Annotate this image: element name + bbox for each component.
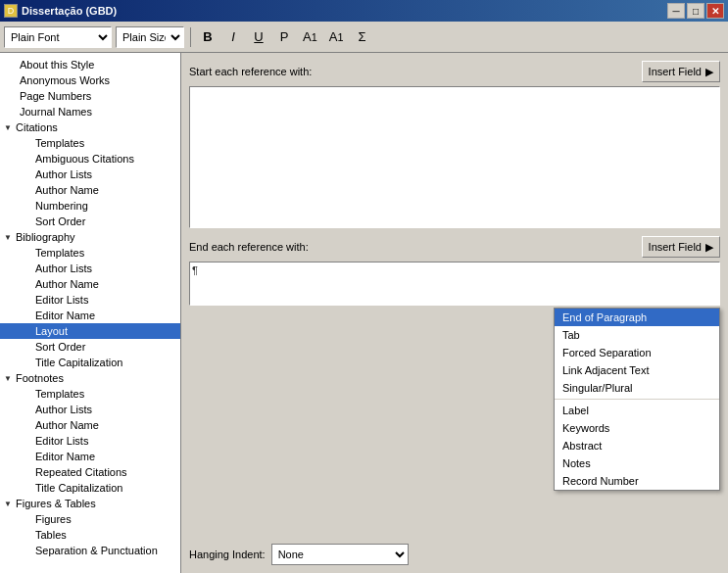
- tree-item-bib-layout[interactable]: Layout: [0, 323, 180, 339]
- dropdown-notes[interactable]: Notes: [555, 454, 719, 472]
- tree-item-cit-numbering[interactable]: Numbering: [0, 198, 180, 214]
- tree-group-footnotes-label: Footnotes: [16, 372, 64, 384]
- tree-item-bib-title-cap[interactable]: Title Capitalization: [0, 355, 180, 370]
- tree-item-fn-author-name[interactable]: Author Name: [0, 417, 180, 433]
- dropdown-tab[interactable]: Tab: [555, 326, 719, 344]
- insert-field-arrow-end: ▶: [705, 241, 713, 254]
- size-select[interactable]: Plain Size: [116, 26, 184, 48]
- dropdown-end-of-paragraph[interactable]: End of Paragraph: [555, 309, 719, 326]
- tree-item-page-numbers[interactable]: Page Numbers: [0, 88, 180, 104]
- tree-item-fn-editor-lists[interactable]: Editor Lists: [0, 433, 180, 449]
- tree-item-separation[interactable]: Separation & Punctuation: [0, 543, 180, 558]
- start-label: Start each reference with:: [189, 66, 312, 77]
- tree-item-cit-templates[interactable]: Templates: [0, 135, 180, 151]
- tree-item-cit-author-name[interactable]: Author Name: [0, 182, 180, 198]
- tree-item-journal-names[interactable]: Journal Names: [0, 104, 180, 119]
- title-bar: D Dissertação (GBD) ─ □ ✕: [0, 0, 728, 22]
- end-section: End each reference with: Insert Field ▶ …: [189, 236, 720, 306]
- window-title: Dissertação (GBD): [22, 5, 117, 17]
- minimize-button[interactable]: ─: [667, 3, 685, 19]
- tree-item-tables[interactable]: Tables: [0, 527, 180, 543]
- insert-field-arrow: ▶: [705, 66, 713, 78]
- insert-field-button-end[interactable]: Insert Field ▶: [642, 236, 720, 258]
- tree-group-figures-tables-label: Figures & Tables: [16, 498, 96, 509]
- subscript-button[interactable]: A1: [325, 26, 348, 48]
- tree-item-bib-editor-lists[interactable]: Editor Lists: [0, 292, 180, 308]
- dropdown-forced-separation[interactable]: Forced Separation: [555, 344, 719, 361]
- insert-field-label-end: Insert Field: [649, 241, 702, 253]
- title-bar-left: D Dissertação (GBD): [4, 4, 117, 18]
- triangle-citations: ▼: [4, 123, 14, 132]
- end-text-area[interactable]: ¶: [189, 262, 720, 306]
- start-section: Start each reference with: Insert Field …: [189, 61, 720, 228]
- tree-item-fn-repeated[interactable]: Repeated Citations: [0, 464, 180, 480]
- dropdown-keywords[interactable]: Keywords: [555, 419, 719, 437]
- tree-group-citations[interactable]: ▼ Citations: [0, 119, 180, 135]
- tree-item-bib-sort-order[interactable]: Sort Order: [0, 339, 180, 355]
- tree-item-fn-title-cap[interactable]: Title Capitalization: [0, 480, 180, 496]
- tree-item-figures[interactable]: Figures: [0, 511, 180, 527]
- tree-group-bibliography-label: Bibliography: [16, 231, 75, 243]
- tree-group-citations-label: Citations: [16, 121, 58, 133]
- superscript-button[interactable]: A1: [299, 26, 321, 48]
- tree-item-bib-editor-name[interactable]: Editor Name: [0, 308, 180, 323]
- tree-group-figures-tables[interactable]: ▼ Figures & Tables: [0, 496, 180, 511]
- triangle-bibliography: ▼: [4, 233, 14, 242]
- bottom-row: Hanging Indent: None All First: [189, 544, 720, 565]
- start-text-area[interactable]: [189, 86, 720, 228]
- underline-button[interactable]: U: [248, 26, 269, 48]
- tree-group-bibliography[interactable]: ▼ Bibliography: [0, 229, 180, 245]
- hanging-select[interactable]: None All First: [271, 544, 409, 565]
- toolbar-divider-1: [190, 27, 191, 47]
- dropdown-record-number[interactable]: Record Number: [555, 472, 719, 490]
- close-button[interactable]: ✕: [706, 3, 724, 19]
- bold-button[interactable]: B: [197, 26, 218, 48]
- insert-field-label: Insert Field: [649, 66, 702, 77]
- italic-button[interactable]: I: [222, 26, 244, 48]
- plain-button[interactable]: P: [273, 26, 295, 48]
- insert-field-button-start[interactable]: Insert Field ▶: [642, 61, 720, 82]
- sigma-button[interactable]: Σ: [351, 26, 372, 48]
- dropdown-label[interactable]: Label: [555, 402, 719, 419]
- insert-field-dropdown: End of Paragraph Tab Forced Separation L…: [554, 308, 720, 491]
- hanging-label: Hanging Indent:: [189, 549, 266, 560]
- triangle-footnotes: ▼: [4, 374, 14, 383]
- pilcrow: ¶: [192, 264, 198, 276]
- font-select[interactable]: Plain Font: [4, 26, 112, 48]
- tree-item-fn-templates[interactable]: Templates: [0, 386, 180, 402]
- dropdown-singular-plural[interactable]: Singular/Plural: [555, 379, 719, 397]
- app-icon: D: [4, 4, 18, 18]
- end-label: End each reference with:: [189, 241, 309, 253]
- tree-item-about[interactable]: About this Style: [0, 57, 180, 72]
- maximize-button[interactable]: □: [687, 3, 704, 19]
- tree-item-fn-editor-name[interactable]: Editor Name: [0, 449, 180, 464]
- tree-item-cit-ambiguous[interactable]: Ambiguous Citations: [0, 151, 180, 167]
- main-layout: About this Style Anonymous Works Page Nu…: [0, 53, 728, 573]
- title-bar-buttons: ─ □ ✕: [667, 3, 724, 19]
- tree-item-cit-author-lists[interactable]: Author Lists: [0, 167, 180, 182]
- tree-item-fn-author-lists[interactable]: Author Lists: [0, 402, 180, 417]
- dropdown-link-adjacent[interactable]: Link Adjacent Text: [555, 361, 719, 379]
- dropdown-abstract[interactable]: Abstract: [555, 437, 719, 454]
- tree-item-anonymous[interactable]: Anonymous Works: [0, 72, 180, 88]
- toolbar: Plain Font Plain Size B I U P A1 A1 Σ: [0, 22, 728, 53]
- left-panel: About this Style Anonymous Works Page Nu…: [0, 53, 181, 573]
- tree-item-bib-templates[interactable]: Templates: [0, 245, 180, 261]
- tree-item-bib-author-lists[interactable]: Author Lists: [0, 261, 180, 276]
- tree-group-footnotes[interactable]: ▼ Footnotes: [0, 370, 180, 386]
- triangle-figures-tables: ▼: [4, 500, 14, 508]
- tree-item-bib-author-name[interactable]: Author Name: [0, 276, 180, 292]
- dropdown-separator: [555, 399, 719, 400]
- tree-item-cit-sort-order[interactable]: Sort Order: [0, 214, 180, 229]
- right-panel: Start each reference with: Insert Field …: [181, 53, 728, 573]
